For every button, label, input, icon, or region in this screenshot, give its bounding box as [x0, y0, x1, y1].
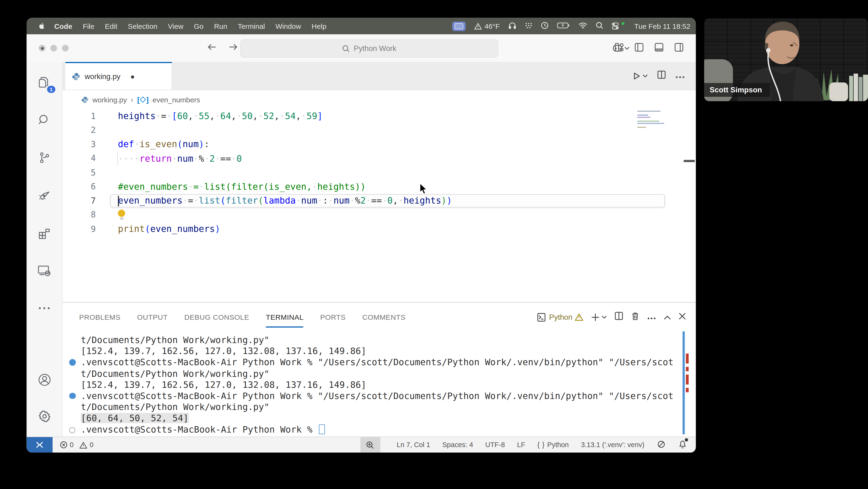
customize-layout-icon[interactable] — [615, 42, 624, 54]
toggle-primary-sidebar-icon[interactable] — [634, 42, 644, 54]
panel-tab-terminal[interactable]: TERMINAL — [266, 302, 304, 331]
explorer-view-button[interactable]: 1 — [27, 70, 62, 95]
terminal-instance-item[interactable]: Python — [537, 312, 583, 322]
panel-tab-ports[interactable]: PORTS — [320, 302, 346, 331]
menu-item-file[interactable]: File — [83, 22, 94, 30]
code-line-3[interactable]: 3def·is_even(num): — [63, 137, 696, 151]
settings-gear-button[interactable] — [27, 403, 62, 429]
battery-icon[interactable] — [557, 22, 570, 30]
cursor-position-status[interactable]: Ln 7, Col 1 — [397, 441, 430, 449]
menu-bar-clock[interactable]: Tue Feb 11 18:52 — [634, 22, 690, 30]
more-actions-icon[interactable] — [675, 71, 685, 81]
apple-menu-icon[interactable] — [38, 22, 45, 30]
code-line-7[interactable]: 7even_numbers·=·list(filter(lambda·num·:… — [63, 194, 696, 207]
menu-item-run[interactable]: Run — [214, 22, 227, 30]
terminal-line[interactable]: t/Documents/Python Work/working.py" — [63, 335, 696, 346]
code-line-1[interactable]: 1heights·=·[60,·55,·64,·50,·52,·54,·59] — [63, 109, 696, 123]
panel-tab-debug-console[interactable]: DEBUG CONSOLE — [184, 302, 249, 331]
keyboard-grid-icon[interactable] — [525, 22, 533, 30]
run-python-file-button[interactable] — [633, 72, 648, 80]
menu-items: CodeFileEditSelectionViewGoRunTerminalWi… — [54, 22, 327, 30]
encoding-status[interactable]: UTF-8 — [485, 441, 505, 449]
breadcrumb-file[interactable]: working.py — [92, 95, 127, 104]
menu-item-selection[interactable]: Selection — [128, 22, 157, 30]
terminal-line[interactable]: .venvscott@Scotts-MacBook-Air Python Wor… — [63, 357, 696, 368]
terminal-warning-icon — [575, 313, 583, 321]
breadcrumb-symbol[interactable]: even_numbers — [152, 95, 200, 104]
terminal-line[interactable]: t/Documents/Python Work/working.py" — [63, 402, 696, 413]
toggle-panel-icon[interactable] — [654, 42, 664, 54]
search-view-button[interactable] — [27, 107, 62, 133]
menu-item-go[interactable]: Go — [194, 22, 204, 30]
split-editor-icon[interactable] — [657, 70, 666, 81]
terminal-line[interactable]: t/Documents/Python Work/working.py" — [63, 368, 696, 380]
terminal-scrollbar[interactable] — [682, 331, 685, 434]
menu-item-edit[interactable]: Edit — [105, 22, 117, 30]
spotlight-icon[interactable] — [595, 21, 603, 31]
clock-menu-icon[interactable] — [541, 21, 549, 31]
code-editor[interactable]: 1heights·=·[60,·55,·64,·50,·52,·54,·59]2… — [63, 109, 696, 302]
panel-tab-output[interactable]: OUTPUT — [137, 302, 168, 331]
copilot-disabled-icon[interactable] — [656, 439, 666, 450]
menu-item-help[interactable]: Help — [312, 22, 326, 30]
screen-recording-icon[interactable] — [452, 21, 466, 31]
eol-status[interactable]: LF — [517, 441, 525, 449]
lightbulb-code-action-icon[interactable] — [118, 209, 126, 220]
run-debug-view-button[interactable] — [27, 183, 62, 208]
new-terminal-button[interactable] — [591, 313, 607, 321]
close-window-button[interactable] — [39, 45, 45, 52]
menu-item-view[interactable]: View — [168, 22, 183, 30]
terminal-output[interactable]: t/Documents/Python Work/working.py"[152.… — [63, 331, 696, 436]
language-mode-status[interactable]: { } Python — [537, 441, 569, 449]
toggle-secondary-sidebar-icon[interactable] — [674, 42, 684, 54]
navigate-back-icon[interactable] — [207, 43, 217, 53]
run-icon — [633, 72, 641, 80]
symbol-kind-icon: [] — [137, 95, 149, 104]
problems-status-item[interactable]: 0 0 — [60, 441, 94, 449]
accounts-button[interactable] — [27, 367, 62, 392]
code-line-2[interactable]: 2 — [63, 123, 696, 137]
minimize-window-button[interactable] — [50, 45, 57, 52]
notifications-bell-icon[interactable] — [678, 439, 687, 450]
control-center-icon[interactable] — [612, 22, 626, 30]
split-terminal-icon[interactable] — [615, 312, 623, 322]
terminal-line[interactable]: [152.4, 139.7, 162.56, 127.0, 132.08, 13… — [63, 380, 696, 391]
weather-item[interactable]: 46°F — [474, 22, 500, 30]
code-line-5[interactable]: 5 — [63, 165, 696, 180]
panel-tab-comments[interactable]: COMMENTS — [362, 302, 406, 331]
title-bar: Python Work — [27, 34, 696, 62]
zoom-indicator[interactable] — [360, 437, 380, 453]
code-line-9[interactable]: 9print(even_numbers) — [63, 222, 696, 236]
tab-working-py[interactable]: working.py ● — [65, 62, 172, 90]
terminal-line[interactable]: .venvscott@Scotts-MacBook-Air Python Wor… — [63, 391, 696, 402]
terminal-line[interactable]: .venvscott@Scotts-MacBook-Air Python Wor… — [63, 424, 696, 435]
zoom-window-button[interactable] — [62, 45, 69, 52]
panel-tab-problems[interactable]: PROBLEMS — [79, 302, 121, 331]
maximize-panel-icon[interactable] — [663, 312, 671, 322]
headphones-icon[interactable] — [508, 21, 517, 31]
close-panel-icon[interactable] — [679, 312, 686, 322]
python-file-icon — [72, 72, 80, 80]
terminal-line[interactable]: [152.4, 139.7, 162.56, 127.0, 132.08, 13… — [63, 346, 696, 357]
remote-indicator[interactable] — [27, 437, 53, 453]
python-interpreter-status[interactable]: 3.13.1 ('.venv': venv) — [581, 441, 644, 449]
extensions-view-button[interactable] — [27, 220, 62, 246]
indentation-status[interactable]: Spaces: 4 — [442, 441, 473, 449]
remote-explorer-view-button[interactable] — [27, 258, 62, 283]
wifi-icon[interactable] — [578, 22, 587, 30]
menu-item-terminal[interactable]: Terminal — [238, 22, 265, 30]
additional-views-button[interactable] — [27, 295, 62, 321]
code-line-8[interactable]: 8 — [63, 208, 696, 222]
panel-more-actions-icon[interactable] — [647, 312, 656, 322]
notification-dot — [685, 438, 688, 442]
navigate-forward-icon[interactable] — [229, 43, 238, 53]
menu-item-code[interactable]: Code — [54, 22, 72, 30]
command-center-search[interactable]: Python Work — [240, 39, 498, 58]
code-line-6[interactable]: 6#even_numbers·=·list(filter(is_even,·he… — [63, 180, 696, 194]
minimap[interactable] — [637, 111, 666, 128]
source-control-view-button[interactable] — [27, 145, 62, 170]
terminal-line[interactable]: [60, 64, 50, 52, 54] — [63, 413, 696, 424]
menu-item-window[interactable]: Window — [275, 22, 301, 30]
kill-terminal-icon[interactable] — [631, 311, 639, 323]
code-line-4[interactable]: 4····return·num·%·2·==·0 — [63, 152, 696, 165]
